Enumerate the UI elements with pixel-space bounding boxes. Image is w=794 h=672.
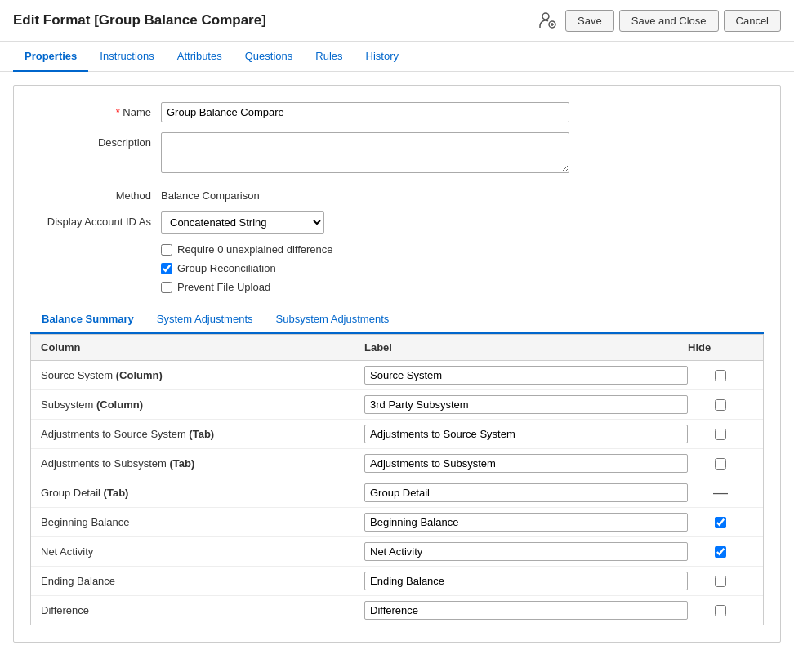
hide-checkbox-5[interactable] — [715, 517, 726, 528]
table-cell-hide — [688, 605, 753, 616]
table-cell-hide — [688, 546, 753, 558]
table-cell-hide — [688, 429, 753, 440]
label-input-6[interactable] — [364, 542, 688, 561]
table-cell-hide — [688, 576, 753, 587]
table-cell-label — [364, 483, 688, 502]
table-row: Source System (Column) — [31, 361, 763, 390]
sub-tab-subsystem-adjustments[interactable]: Subsystem Adjustments — [265, 306, 401, 334]
table-cell-label — [364, 542, 688, 561]
description-label: Description — [30, 132, 161, 149]
table-row: Group Detail (Tab)— — [31, 478, 763, 508]
table-row: Subsystem (Column) — [31, 390, 763, 420]
label-input-4[interactable] — [364, 483, 688, 502]
table-cell-hide — [688, 399, 753, 411]
label-input-0[interactable] — [364, 366, 688, 385]
table-cell-column: Adjustments to Source System (Tab) — [41, 428, 364, 440]
save-and-close-button[interactable]: Save and Close — [619, 10, 719, 32]
name-input[interactable] — [161, 102, 569, 122]
table-row: Ending Balance — [31, 567, 763, 596]
method-value: Balance Comparison — [161, 185, 260, 202]
table-row: Beginning Balance — [31, 508, 763, 537]
table-cell-hide: — — [688, 484, 753, 501]
col-header-label: Label — [364, 341, 688, 354]
group-reconciliation-label[interactable]: Group Reconciliation — [177, 262, 276, 274]
label-input-1[interactable] — [364, 395, 688, 414]
tab-rules[interactable]: Rules — [304, 42, 354, 72]
table-header: Column Label Hide — [31, 335, 763, 361]
hide-checkbox-8[interactable] — [715, 605, 726, 616]
method-label: Method — [30, 185, 161, 202]
display-account-label: Display Account ID As — [30, 211, 161, 228]
table-cell-column: Group Detail (Tab) — [41, 487, 364, 499]
sub-tabs: Balance Summary System Adjustments Subsy… — [30, 306, 764, 334]
label-input-2[interactable] — [364, 425, 688, 443]
tab-history[interactable]: History — [355, 42, 410, 72]
tab-attributes[interactable]: Attributes — [166, 42, 234, 72]
table-cell-label — [364, 366, 688, 385]
hide-checkbox-7[interactable] — [715, 576, 726, 587]
hide-checkbox-2[interactable] — [715, 429, 726, 440]
table-cell-column: Subsystem (Column) — [41, 398, 364, 411]
table-cell-hide — [688, 517, 753, 528]
table-cell-column: Source System (Column) — [41, 369, 364, 381]
table-cell-column: Adjustments to Subsystem (Tab) — [41, 457, 364, 470]
prevent-file-upload-label[interactable]: Prevent File Upload — [177, 281, 270, 293]
table-cell-hide — [688, 458, 753, 470]
main-tabs: Properties Instructions Attributes Quest… — [0, 42, 794, 72]
tab-instructions[interactable]: Instructions — [88, 42, 165, 72]
table-row: Adjustments to Subsystem (Tab) — [31, 449, 763, 478]
label-input-5[interactable] — [364, 513, 688, 532]
table-cell-label — [364, 425, 688, 443]
table-cell-column: Ending Balance — [41, 575, 364, 587]
hide-checkbox-1[interactable] — [715, 399, 726, 411]
group-reconciliation-checkbox[interactable] — [161, 263, 172, 274]
label-input-8[interactable] — [364, 601, 688, 620]
user-icon[interactable] — [536, 8, 560, 33]
sub-tab-balance-summary[interactable]: Balance Summary — [30, 306, 145, 334]
tab-questions[interactable]: Questions — [234, 42, 305, 72]
label-input-7[interactable] — [364, 572, 688, 590]
cancel-button[interactable]: Cancel — [724, 10, 781, 32]
svg-point-0 — [542, 13, 549, 20]
description-input[interactable] — [161, 132, 569, 173]
table-row: Net Activity — [31, 537, 763, 567]
hide-checkbox-0[interactable] — [715, 370, 726, 381]
hide-checkbox-6[interactable] — [715, 546, 726, 558]
display-account-select[interactable]: Concatenated String Account ID — [161, 211, 324, 234]
hide-dash: — — [713, 484, 728, 501]
col-header-hide: Hide — [688, 341, 753, 354]
table-cell-label — [364, 572, 688, 590]
col-header-column: Column — [41, 341, 364, 354]
save-button[interactable]: Save — [565, 10, 614, 32]
table-cell-hide — [688, 370, 753, 381]
name-label: Name — [30, 102, 161, 118]
table-cell-label — [364, 601, 688, 620]
table-cell-column: Beginning Balance — [41, 516, 364, 528]
table-row: Adjustments to Source System (Tab) — [31, 420, 763, 449]
label-input-3[interactable] — [364, 454, 688, 473]
tab-properties[interactable]: Properties — [13, 42, 88, 72]
hide-checkbox-3[interactable] — [715, 458, 726, 470]
table-cell-label — [364, 513, 688, 532]
sub-tab-system-adjustments[interactable]: System Adjustments — [145, 306, 265, 334]
table-cell-label — [364, 395, 688, 414]
balance-table: Column Label Hide Source System (Column)… — [30, 334, 764, 625]
table-cell-column: Net Activity — [41, 545, 364, 558]
prevent-file-upload-checkbox[interactable] — [161, 282, 172, 293]
table-cell-column: Difference — [41, 604, 364, 616]
table-cell-label — [364, 454, 688, 473]
table-row: Difference — [31, 596, 763, 625]
page-title: Edit Format [Group Balance Compare] — [13, 12, 266, 29]
require-zero-checkbox[interactable] — [161, 244, 172, 256]
require-zero-label[interactable]: Require 0 unexplained difference — [177, 243, 333, 256]
table-body: Source System (Column)Subsystem (Column)… — [31, 361, 763, 625]
